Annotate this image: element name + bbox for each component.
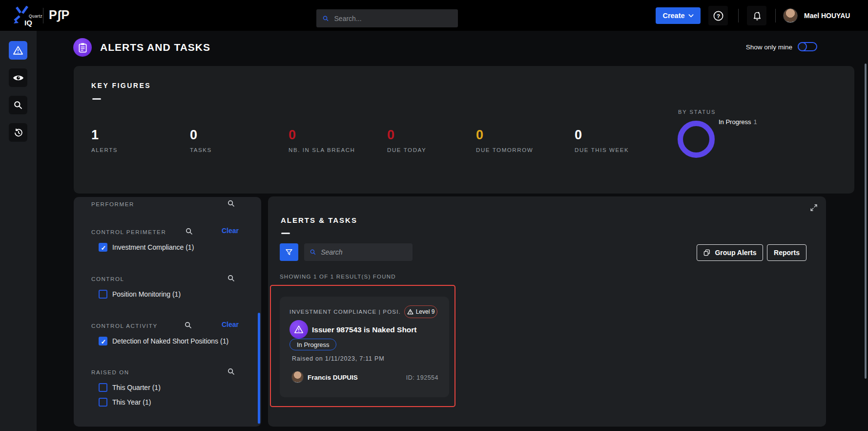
- control-activity-search-icon[interactable]: [184, 321, 192, 329]
- filter-section-control-activity-label: CONTROL ACTIVITY: [91, 323, 158, 329]
- topbar-divider: [738, 9, 739, 22]
- warning-triangle-icon: [407, 309, 413, 315]
- page-title-icon: [73, 38, 92, 57]
- search-icon: [310, 248, 316, 256]
- user-avatar: [783, 8, 798, 23]
- checkbox-this-quarter[interactable]: [99, 383, 107, 392]
- control-perimeter-clear-link[interactable]: Clear: [222, 227, 239, 235]
- topbar: Quartz IQ P∫P Create ? Mael HOUYAU: [0, 0, 868, 31]
- help-button[interactable]: ?: [708, 6, 728, 25]
- results-title: ALERTS & TASKS: [281, 216, 357, 224]
- title-dash: [92, 98, 101, 100]
- warning-triangle-icon: [13, 45, 23, 55]
- alert-title: Issuer 987543 is Naked Short: [312, 325, 417, 334]
- checkbox-detection-naked-short[interactable]: [99, 337, 107, 345]
- checkbox-investment-compliance[interactable]: [99, 243, 107, 252]
- toggle-knob: [798, 42, 807, 51]
- filter-section-raised-on-label: RAISED ON: [91, 369, 129, 375]
- filter-section-control-perimeter-label: CONTROL PERIMETER: [91, 229, 166, 235]
- show-only-mine-label: Show only mine: [727, 43, 792, 51]
- assignee-name: Francis DUPUIS: [308, 374, 358, 381]
- results-search-input[interactable]: [321, 248, 407, 256]
- filter-item-detection-naked-short[interactable]: Detection of Naked Short Positions (1): [112, 337, 228, 345]
- search-icon: [322, 15, 330, 22]
- stat-due-tomorrow: 0 DUE TOMORROW: [476, 129, 533, 153]
- history-icon: [13, 128, 23, 138]
- funnel-icon: [285, 248, 293, 257]
- stat-sla-breach: 0 NB. IN SLA BREACH: [289, 129, 355, 153]
- title-dash: [281, 233, 290, 234]
- filter-section-control-label: CONTROL: [91, 276, 124, 282]
- by-status-title: BY STATUS: [678, 109, 716, 115]
- filter-item-this-year[interactable]: This Year (1): [112, 398, 151, 406]
- level-badge: Level 9: [404, 305, 437, 318]
- topbar-divider: [43, 8, 43, 23]
- alert-category: INVESTMENT COMPLIANCE | POSI...: [289, 309, 401, 315]
- question-icon: ?: [713, 10, 724, 22]
- global-search-input[interactable]: [334, 15, 452, 22]
- sidebar-item-history[interactable]: [9, 123, 27, 142]
- status-legend-label: In Progress: [719, 118, 751, 126]
- topbar-divider: [775, 9, 776, 22]
- filter-item-position-monitoring[interactable]: Position Monitoring (1): [112, 290, 181, 298]
- sidebar-item-monitoring[interactable]: [9, 68, 27, 87]
- filter-section-performer-label: PERFORMER: [91, 201, 134, 207]
- stat-due-this-week: 0 DUE THIS WEEK: [575, 129, 629, 153]
- filter-item-this-quarter[interactable]: This Quarter (1): [112, 384, 161, 391]
- psp-logo: P∫P: [49, 8, 70, 22]
- warning-triangle-icon: [294, 325, 304, 334]
- chevron-down-icon: [688, 14, 694, 18]
- results-search[interactable]: [304, 243, 413, 261]
- status-legend-value: 1: [753, 118, 757, 126]
- sidebar-item-alerts[interactable]: [9, 41, 27, 60]
- results-panel: ALERTS & TASKS Group Alerts Reports SHOW…: [268, 196, 826, 427]
- filter-button[interactable]: [280, 243, 298, 261]
- notifications-button[interactable]: [747, 6, 766, 25]
- assignee-avatar: [291, 371, 304, 383]
- sidebar-item-search[interactable]: [9, 96, 27, 114]
- search-icon: [13, 100, 23, 110]
- status-legend: In Progress1: [719, 118, 757, 126]
- bell-icon: [752, 10, 762, 21]
- expand-icon[interactable]: [809, 203, 818, 212]
- status-donut-chart: [678, 121, 715, 158]
- alert-id: ID: 192554: [406, 374, 438, 381]
- performer-search-icon[interactable]: [227, 199, 235, 208]
- sidebar: [0, 31, 37, 431]
- raised-on-text: Raised on 1/11/2023, 7:11 PM: [292, 355, 384, 362]
- group-alerts-button[interactable]: Group Alerts: [697, 244, 763, 261]
- reports-button[interactable]: Reports: [767, 244, 806, 261]
- key-figures-title: KEY FIGURES: [91, 82, 151, 89]
- quartz-iq-text: IQ: [24, 19, 32, 27]
- svg-text:?: ?: [716, 13, 720, 19]
- alert-type-icon: [289, 320, 308, 339]
- user-menu[interactable]: Mael HOUYAU: [783, 6, 850, 25]
- clipboard-icon: [78, 43, 87, 53]
- stat-tasks: 0 TASKS: [190, 129, 212, 153]
- alert-card[interactable]: INVESTMENT COMPLIANCE | POSI... Level 9 …: [280, 297, 449, 397]
- create-button[interactable]: Create: [656, 7, 701, 24]
- eye-icon: [13, 74, 24, 82]
- checkbox-this-year[interactable]: [99, 398, 107, 407]
- raised-on-search-icon[interactable]: [227, 367, 235, 376]
- status-badge: In Progress: [289, 339, 336, 350]
- results-count: SHOWING 1 OF 1 RESULT(S) FOUND: [280, 274, 396, 280]
- filter-item-investment-compliance[interactable]: Investment Compliance (1): [112, 243, 194, 251]
- user-name: Mael HOUYAU: [804, 12, 850, 20]
- filters-panel: PERFORMER CONTROL PERIMETER Clear Invest…: [74, 197, 261, 427]
- key-figures-panel: KEY FIGURES 1 ALERTS 0 TASKS 0 NB. IN SL…: [74, 66, 854, 194]
- global-search[interactable]: [316, 9, 458, 27]
- show-only-mine-toggle[interactable]: [798, 42, 817, 51]
- control-activity-clear-link[interactable]: Clear: [222, 321, 239, 328]
- filters-scrollbar[interactable]: [258, 313, 260, 424]
- group-icon: [703, 249, 711, 257]
- stat-alerts: 1 ALERTS: [91, 129, 118, 153]
- control-perimeter-search-icon[interactable]: [185, 227, 193, 236]
- page-title: ALERTS AND TASKS: [100, 42, 210, 53]
- checkbox-position-monitoring[interactable]: [99, 290, 107, 299]
- page-scrollbar[interactable]: [865, 64, 867, 379]
- quartz-brand-text: Quartz: [29, 14, 42, 19]
- stat-due-today: 0 DUE TODAY: [387, 129, 426, 153]
- level-badge-label: Level 9: [416, 308, 435, 315]
- control-search-icon[interactable]: [227, 274, 235, 282]
